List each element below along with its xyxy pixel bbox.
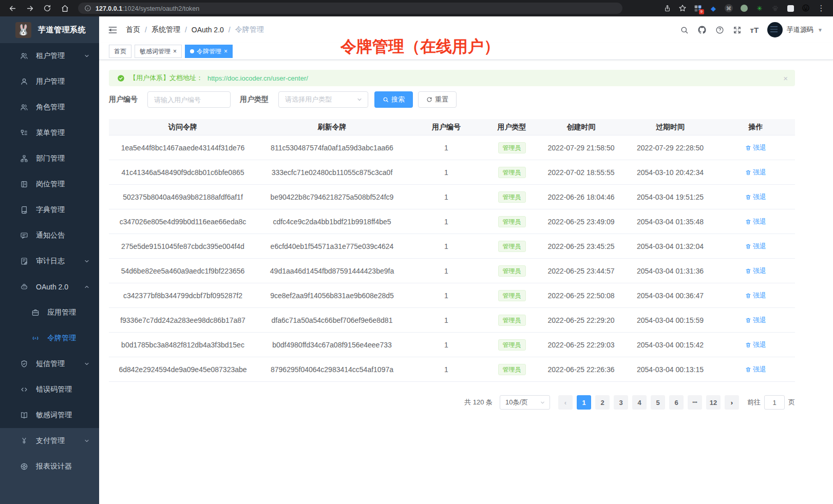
force-logout-button[interactable]: 强退 <box>745 266 766 276</box>
extension-badge: 9 <box>699 9 704 14</box>
extension-tabs-icon[interactable]: 9 <box>691 2 705 14</box>
sidebar-item-sensitive[interactable]: 敏感词管理 <box>0 402 99 428</box>
extension-square-icon[interactable] <box>784 2 797 14</box>
bookmark-star-icon[interactable] <box>676 2 689 14</box>
sidebar-item-label: OAuth 2.0 <box>36 283 68 291</box>
extension-paw-icon[interactable] <box>768 2 782 14</box>
tab-首页[interactable]: 首页 <box>109 45 131 58</box>
sidebar-item-audit-log[interactable]: 审计日志 <box>0 248 99 274</box>
search-button[interactable]: 搜索 <box>374 91 413 108</box>
back-icon[interactable] <box>5 2 20 14</box>
tab-令牌管理[interactable]: 令牌管理× <box>185 45 233 58</box>
trash-icon <box>745 145 751 151</box>
refresh-icon <box>426 96 432 103</box>
force-logout-button[interactable]: 强退 <box>745 316 766 325</box>
force-logout-button[interactable]: 强退 <box>745 340 766 350</box>
user-id-cell: 1 <box>407 316 485 324</box>
extension-command-icon[interactable]: ⌘ <box>722 2 735 14</box>
reload-icon[interactable] <box>40 2 54 14</box>
close-icon[interactable]: × <box>224 48 228 54</box>
sidebar-item-pay[interactable]: 支付管理 <box>0 428 99 454</box>
force-logout-button[interactable]: 强退 <box>745 168 766 177</box>
create-time-cell: 2022-06-25 22:50:08 <box>538 292 624 300</box>
force-logout-button[interactable]: 强退 <box>745 217 766 226</box>
url-host: 127.0.0.1 <box>96 5 122 12</box>
address-bar[interactable]: 127.0.0.1:1024/system/oauth2/token <box>78 3 622 14</box>
reset-button[interactable]: 重置 <box>418 91 457 108</box>
force-logout-button[interactable]: 强退 <box>745 192 766 202</box>
page-button-4[interactable]: 4 <box>632 395 647 410</box>
table-row: f9336e7c7dd242a283ee98dc86b17a87dfa6c71a… <box>109 308 795 333</box>
page-button-2[interactable]: 2 <box>595 395 610 410</box>
forward-icon[interactable] <box>23 2 37 14</box>
sidebar-item-post[interactable]: 岗位管理 <box>0 171 99 197</box>
force-logout-button[interactable]: 强退 <box>745 365 766 374</box>
table-row: 41c41346a548490f9dc8b01c6bfe0865333ecfc7… <box>109 160 795 185</box>
force-logout-button[interactable]: 强退 <box>745 242 766 251</box>
home-icon[interactable] <box>58 2 72 14</box>
sidebar-item-label: 租户管理 <box>36 51 65 61</box>
sidebar-item-dict[interactable]: 字典管理 <box>0 197 99 223</box>
user-id-input[interactable] <box>147 91 231 108</box>
chat-icon <box>20 231 29 240</box>
sidebar-item-tenant[interactable]: 租户管理 <box>0 43 99 69</box>
pagination: 共 120 条 10条/页 ‹ 123456•••12 › 前往 页 <box>109 395 795 410</box>
user-type-select[interactable]: 请选择用户类型 <box>278 91 368 108</box>
more-pages-button[interactable]: ••• <box>688 395 702 410</box>
goto-page-input[interactable] <box>764 395 785 410</box>
help-icon[interactable] <box>715 26 724 34</box>
sidebar-item-dept[interactable]: 部门管理 <box>0 146 99 171</box>
search-icon[interactable] <box>680 26 689 34</box>
share-icon[interactable] <box>660 2 674 14</box>
collapse-sidebar-icon[interactable] <box>108 25 118 35</box>
sidebar-item-label: 通知公告 <box>36 231 65 240</box>
alert-close-icon[interactable]: × <box>783 74 788 83</box>
next-page-button[interactable]: › <box>725 395 739 410</box>
page-button-3[interactable]: 3 <box>614 395 628 410</box>
sidebar-item-notice[interactable]: 通知公告 <box>0 223 99 248</box>
breadcrumb-item[interactable]: 系统管理 <box>152 25 180 34</box>
alert-link[interactable]: https://doc.iocoder.cn/user-center/ <box>207 74 308 82</box>
page-button-12[interactable]: 12 <box>706 395 721 410</box>
page-button-6[interactable]: 6 <box>669 395 684 410</box>
prev-page-button[interactable]: ‹ <box>558 395 573 410</box>
profile-avatar-icon[interactable]: 😛 <box>799 2 812 14</box>
action-cell: 强退 <box>716 168 795 177</box>
user-id-cell: 1 <box>407 242 485 250</box>
site-info-icon[interactable] <box>84 5 91 12</box>
sidebar-item-user[interactable]: 用户管理 <box>0 69 99 94</box>
browser-menu-icon[interactable]: ⋮ <box>815 2 828 14</box>
breadcrumb-item[interactable]: OAuth 2.0 <box>192 26 224 34</box>
force-logout-button[interactable]: 强退 <box>745 291 766 300</box>
access-token-cell: 275e5de9151045fe87cbdc395e004f4d <box>109 242 257 250</box>
user-menu[interactable]: 芋道源码 ▼ <box>767 22 823 37</box>
sidebar-item-role[interactable]: 角色管理 <box>0 94 99 120</box>
extension-circle-icon[interactable] <box>737 2 751 14</box>
chevron-down-icon <box>84 258 90 264</box>
github-icon[interactable] <box>697 25 707 34</box>
expire-time-cell: 2054-03-04 00:36:47 <box>624 292 716 300</box>
alert-text: 【用户体系】文档地址： <box>129 73 203 83</box>
table-row: c342377bf8b344799dcbf7bf095287f29ce8ef2a… <box>109 283 795 308</box>
sidebar-item-label: 令牌管理 <box>47 334 76 343</box>
sidebar-item-menu[interactable]: 菜单管理 <box>0 120 99 146</box>
sidebar-item-sms[interactable]: 短信管理 <box>0 351 99 377</box>
breadcrumb-item[interactable]: 首页 <box>126 25 140 34</box>
sidebar-item-oauth2[interactable]: OAuth 2.0 <box>0 274 99 300</box>
sidebar-item-oauth2-token[interactable]: A令牌管理 <box>0 325 99 351</box>
font-size-icon[interactable]: тT <box>750 26 759 34</box>
sidebar-item-report[interactable]: 报表设计器 <box>0 454 99 479</box>
page-button-1[interactable]: 1 <box>577 395 591 410</box>
sidebar-item-error-code[interactable]: 错误码管理 <box>0 377 99 402</box>
page-size-select[interactable]: 10条/页 <box>500 395 550 410</box>
page-button-5[interactable]: 5 <box>651 395 665 410</box>
close-icon[interactable]: × <box>173 48 177 54</box>
extension-diamond-icon[interactable]: ◆ <box>707 2 720 14</box>
tree-icon <box>20 129 29 137</box>
tab-敏感词管理[interactable]: 敏感词管理× <box>135 45 182 58</box>
fullscreen-icon[interactable] <box>733 26 742 34</box>
user-type-badge: 管理员 <box>498 142 526 153</box>
sidebar-item-oauth2-app[interactable]: 应用管理 <box>0 300 99 325</box>
force-logout-button[interactable]: 强退 <box>745 143 766 152</box>
extension-star-icon[interactable]: ✳ <box>753 2 766 14</box>
